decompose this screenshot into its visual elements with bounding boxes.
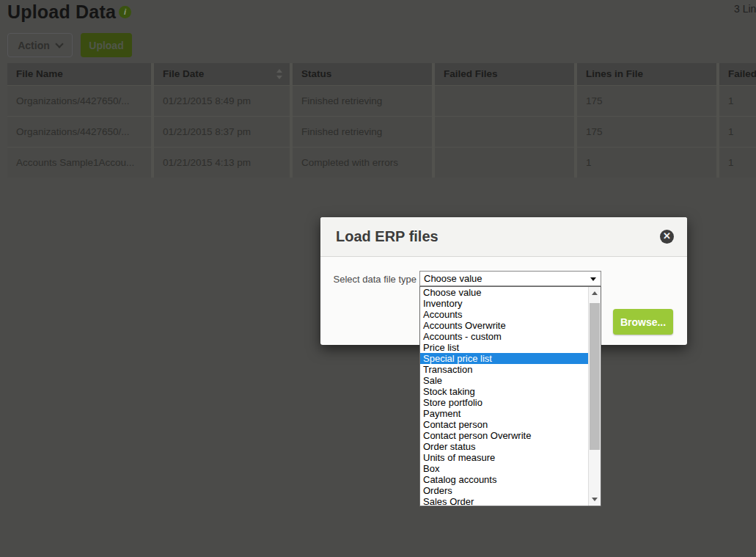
option-contact-person-overwrite[interactable]: Contact person Overwrite xyxy=(420,430,588,441)
option-price-list[interactable]: Price list xyxy=(420,342,588,353)
column-header-lines-in-file[interactable]: Lines in File xyxy=(577,63,716,85)
option-store-portfolio[interactable]: Store portfolio xyxy=(420,397,588,408)
cell-failed-lines: 1 xyxy=(719,148,756,178)
option-catalog-accounts[interactable]: Catalog accounts xyxy=(420,474,588,485)
cell-lines-in-file: 1 xyxy=(577,148,716,178)
cell-file-date: 01/21/2015 8:37 pm xyxy=(154,117,290,147)
option-accounts-overwrite[interactable]: Accounts Overwrite xyxy=(420,320,588,331)
column-header-file-date-label: File Date xyxy=(163,68,204,79)
option-choose-value[interactable]: Choose value xyxy=(420,287,588,298)
option-sale[interactable]: Sale xyxy=(420,375,588,386)
option-box[interactable]: Box xyxy=(420,463,588,474)
option-transaction[interactable]: Transaction xyxy=(420,364,588,375)
chevron-down-icon xyxy=(55,40,63,48)
select-current-value: Choose value xyxy=(424,273,482,284)
browse-button[interactable]: Browse... xyxy=(613,309,673,335)
cell-file-date: 01/21/2015 8:49 pm xyxy=(154,86,290,116)
scroll-up-icon[interactable] xyxy=(589,287,601,299)
data-file-type-select[interactable]: Choose value xyxy=(419,271,601,286)
table-body: Organizations/4427650/... 01/21/2015 8:4… xyxy=(7,86,756,178)
cell-file-name: Accounts Sample1Accou... xyxy=(7,148,151,178)
table-row[interactable]: Accounts Sample1Accou... 01/21/2015 4:13… xyxy=(7,148,756,178)
select-data-file-type-label: Select data file type xyxy=(326,274,416,285)
table-row[interactable]: Organizations/4427650/... 01/21/2015 8:4… xyxy=(7,86,756,116)
dropdown-options: Choose value Inventory Accounts Accounts… xyxy=(420,287,588,506)
scroll-down-icon[interactable] xyxy=(589,493,601,506)
lines-counter: 3 Lin xyxy=(734,3,756,15)
action-button-label: Action xyxy=(18,40,50,51)
info-icon[interactable]: i xyxy=(119,6,131,18)
cell-failed-lines: 1 xyxy=(719,86,756,116)
action-button[interactable]: Action xyxy=(7,33,73,57)
option-contact-person[interactable]: Contact person xyxy=(420,419,588,430)
sort-icon[interactable] xyxy=(276,69,282,79)
page-title: Upload Data xyxy=(7,1,116,23)
option-accounts[interactable]: Accounts xyxy=(420,309,588,320)
scrollbar-thumb[interactable] xyxy=(590,303,600,450)
cell-failed-lines: 1 xyxy=(719,117,756,147)
cell-status: Finished retrieving xyxy=(293,117,432,147)
option-orders[interactable]: Orders xyxy=(420,485,588,496)
cell-lines-in-file: 175 xyxy=(577,86,716,116)
cell-failed-files xyxy=(435,86,574,116)
cell-file-name: Organizations/4427650/... xyxy=(7,117,151,147)
cell-file-date: 01/21/2015 4:13 pm xyxy=(154,148,290,178)
column-header-failed-files[interactable]: Failed Files xyxy=(435,63,574,85)
column-header-status[interactable]: Status xyxy=(293,63,432,85)
cell-failed-files xyxy=(435,117,574,147)
cell-status: Completed with errors xyxy=(293,148,432,178)
cell-failed-files xyxy=(435,148,574,178)
upload-files-table: File Name File Date Status Failed Files … xyxy=(7,63,756,178)
option-sales-order[interactable]: Sales Order xyxy=(420,496,588,506)
table-row[interactable]: Organizations/4427650/... 01/21/2015 8:3… xyxy=(7,117,756,147)
option-accounts-custom[interactable]: Accounts - custom xyxy=(420,331,588,342)
upload-button[interactable]: Upload xyxy=(81,33,132,57)
modal-title: Load ERP files xyxy=(336,228,660,245)
column-header-file-date[interactable]: File Date xyxy=(154,63,290,85)
option-special-price-list[interactable]: Special price list xyxy=(420,353,588,364)
column-header-file-name[interactable]: File Name xyxy=(7,63,151,85)
modal-header: Load ERP files ✕ xyxy=(320,217,687,257)
dropdown-scrollbar[interactable] xyxy=(588,287,601,506)
close-icon[interactable]: ✕ xyxy=(660,230,674,244)
option-inventory[interactable]: Inventory xyxy=(420,298,588,309)
cell-file-name: Organizations/4427650/... xyxy=(7,86,151,116)
column-header-failed-lines[interactable]: Failed L xyxy=(719,63,756,85)
cell-lines-in-file: 175 xyxy=(577,117,716,147)
table-header-row: File Name File Date Status Failed Files … xyxy=(7,63,756,85)
select-dropdown-arrow-icon xyxy=(590,277,596,281)
option-order-status[interactable]: Order status xyxy=(420,441,588,452)
option-payment[interactable]: Payment xyxy=(420,408,588,419)
option-stock-taking[interactable]: Stock taking xyxy=(420,386,588,397)
file-type-dropdown-list: Choose value Inventory Accounts Accounts… xyxy=(419,286,601,506)
cell-status: Finished retrieving xyxy=(293,86,432,116)
option-units-of-measure[interactable]: Units of measure xyxy=(420,452,588,463)
